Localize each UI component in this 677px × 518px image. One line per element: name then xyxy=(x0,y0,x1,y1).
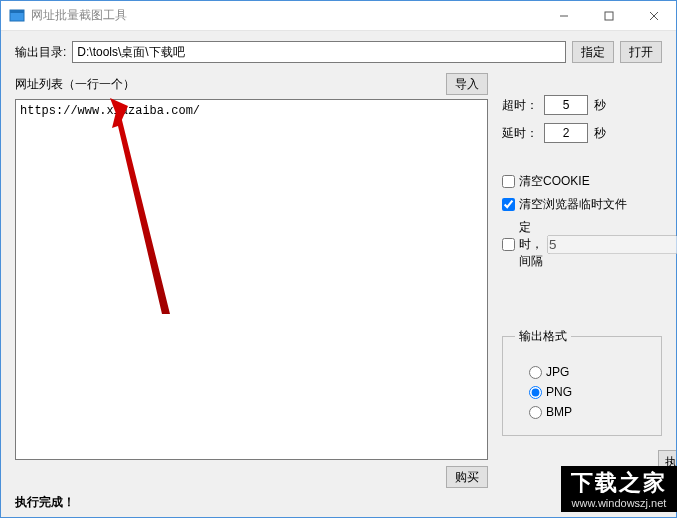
timer-checkbox[interactable] xyxy=(502,238,515,251)
format-bmp-label: BMP xyxy=(546,405,572,419)
timer-label: 定时，间隔 xyxy=(519,219,543,270)
open-button[interactable]: 打开 xyxy=(620,41,662,63)
clear-temp-row[interactable]: 清空浏览器临时文件 xyxy=(502,196,662,213)
format-bmp-row[interactable]: BMP xyxy=(529,405,649,419)
titlebar: 网址批量截图工具 xyxy=(1,1,676,31)
svg-rect-1 xyxy=(10,10,24,13)
format-png-row[interactable]: PNG xyxy=(529,385,649,399)
timer-row[interactable]: 定时，间隔 秒 xyxy=(502,219,662,270)
watermark: 下载之家 www.windowszj.net xyxy=(561,466,677,512)
clear-temp-label: 清空浏览器临时文件 xyxy=(519,196,627,213)
url-list-textarea[interactable]: https://www.xiazaiba.com/ xyxy=(16,100,487,459)
format-bmp-radio[interactable] xyxy=(529,406,542,419)
urllist-label: 网址列表（一行一个） xyxy=(15,76,135,93)
output-label: 输出目录: xyxy=(15,44,66,61)
minimize-button[interactable] xyxy=(541,1,586,31)
format-png-radio[interactable] xyxy=(529,386,542,399)
close-button[interactable] xyxy=(631,1,676,31)
delay-input[interactable] xyxy=(544,123,588,143)
clear-cookie-label: 清空COOKIE xyxy=(519,173,590,190)
delay-unit: 秒 xyxy=(594,125,606,142)
clear-cookie-row[interactable]: 清空COOKIE xyxy=(502,173,662,190)
app-icon xyxy=(9,8,25,24)
watermark-url: www.windowszj.net xyxy=(571,497,667,510)
delay-label: 延时： xyxy=(502,125,538,142)
clear-cookie-checkbox[interactable] xyxy=(502,175,515,188)
format-legend: 输出格式 xyxy=(515,328,571,345)
format-jpg-row[interactable]: JPG xyxy=(529,365,649,379)
format-fieldset: 输出格式 JPG PNG BMP xyxy=(502,328,662,436)
browse-button[interactable]: 指定 xyxy=(572,41,614,63)
format-png-label: PNG xyxy=(546,385,572,399)
maximize-button[interactable] xyxy=(586,1,631,31)
timeout-label: 超时： xyxy=(502,97,538,114)
output-path-input[interactable] xyxy=(72,41,566,63)
import-button[interactable]: 导入 xyxy=(446,73,488,95)
timer-interval-input xyxy=(547,235,677,254)
format-jpg-radio[interactable] xyxy=(529,366,542,379)
watermark-title: 下载之家 xyxy=(571,470,667,496)
buy-button[interactable]: 购买 xyxy=(446,466,488,488)
clear-temp-checkbox[interactable] xyxy=(502,198,515,211)
svg-rect-3 xyxy=(605,12,613,20)
timeout-input[interactable] xyxy=(544,95,588,115)
window-title: 网址批量截图工具 xyxy=(31,7,127,24)
format-jpg-label: JPG xyxy=(546,365,569,379)
timeout-unit: 秒 xyxy=(594,97,606,114)
